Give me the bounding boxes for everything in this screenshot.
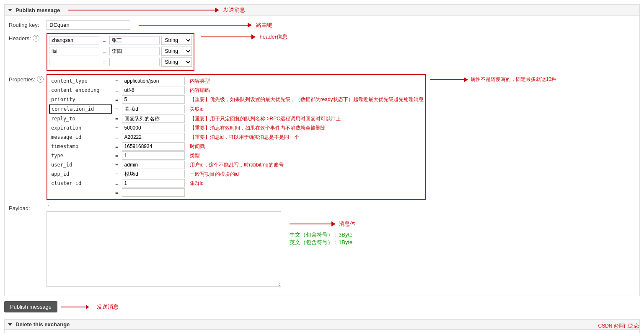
prop-ann-expiration: 【重要】消息有效时间，如果在这个事件内不消费就会被删除 (190, 125, 326, 132)
prop-val-content-type[interactable] (122, 77, 185, 85)
headers-label-text: Headers: (9, 35, 31, 42)
prop-row-priority: priority = 【重要】优先级，如果队列设置的最大优先级，（数据都为rea… (49, 95, 424, 104)
properties-help-badge[interactable]: ? (37, 76, 44, 83)
arrow-line (430, 79, 464, 80)
prop-row-reply-to: reply_to = 【重要】用于只定回复的队列名称->RPC远程调用时回复时可… (49, 114, 424, 123)
prop-eq-5: = (114, 125, 120, 131)
properties-label-with-help: Properties: ? (9, 76, 47, 83)
routing-key-wrap: 路由键 (47, 20, 272, 30)
prop-val-user-id[interactable] (122, 161, 185, 169)
header-row-3: = String Number (49, 57, 192, 67)
properties-label: Properties: ? (9, 74, 47, 83)
prop-row-app-id: app_id = 一般写项目的模块的id (49, 170, 424, 178)
prop-ann-timestamp: 时间戳 (190, 143, 205, 150)
arrow-line (68, 10, 215, 10)
prop-val-cluster-id[interactable] (122, 179, 185, 187)
prop-ann-content-encoding: 内容编码 (190, 87, 210, 94)
prop-eq-12: = (114, 190, 120, 196)
publish-message-button[interactable]: Publish message (4, 301, 57, 312)
prop-val-content-encoding[interactable] (122, 86, 185, 94)
collapse-icon (8, 9, 12, 11)
prop-ann-user-id: 用户id，这个不能乱写，时rabbitmq的账号 (190, 161, 284, 169)
prop-row-content-encoding: content_encoding = 内容编码 (49, 86, 424, 94)
prop-ann-content-type: 内容类型 (190, 78, 210, 85)
payload-note1: 中文（包含符号）：3Byte (290, 231, 355, 239)
headers-label-with-help: Headers: ? (9, 35, 47, 42)
prop-key-correlation-id: correlation_id (49, 104, 112, 114)
prop-row-user-id: user_id = 用户id，这个不能乱写，时rabbitmq的账号 (49, 161, 424, 169)
prop-key-timestamp: timestamp (49, 142, 112, 151)
prop-val-correlation-id[interactable] (122, 105, 185, 113)
payload-textarea[interactable] (47, 211, 281, 287)
header-arrow-container: 发送消息 (68, 6, 636, 14)
header-key-1[interactable] (49, 36, 99, 44)
routing-key-row: Routing key: 路由键 (9, 20, 635, 30)
arrow-line (139, 25, 248, 26)
prop-key-expiration: expiration (49, 124, 112, 132)
header-val-2[interactable] (109, 47, 160, 55)
header-key-3[interactable] (49, 58, 99, 66)
props-annotation: 属性不是随便写的，固定最多就这10种 (471, 76, 556, 83)
header-type-2[interactable]: String Number (161, 47, 192, 56)
arrow-head (215, 8, 219, 13)
prop-key-type: type (49, 151, 112, 160)
prop-val-empty[interactable] (122, 188, 185, 197)
routing-key-input[interactable] (47, 20, 130, 30)
arrow-head (248, 23, 252, 28)
prop-row-content-type: content_type = 内容类型 (49, 77, 424, 85)
delete-collapse-icon (8, 323, 12, 326)
prop-val-timestamp[interactable] (122, 142, 185, 151)
header-arrow (68, 8, 219, 13)
prop-eq-6: = (114, 134, 120, 140)
delete-section-toggle[interactable]: Delete this exchange (8, 321, 70, 328)
props-arrow (430, 77, 468, 82)
prop-eq-10: = (114, 171, 120, 177)
headers-help-badge[interactable]: ? (33, 35, 39, 42)
prop-val-expiration[interactable] (122, 124, 185, 132)
delete-section-content: Delete 删除当前的交换机 (4, 330, 640, 333)
prop-val-type[interactable] (122, 151, 185, 160)
prop-row-empty: = (49, 188, 424, 197)
arrow-head (86, 305, 89, 309)
header-val-3[interactable] (109, 58, 160, 66)
publish-arrow (61, 305, 89, 309)
payload-input-wrap: ' (47, 203, 281, 288)
payload-quote: ' (47, 203, 281, 210)
header-row-1: = String Number (49, 36, 192, 45)
header-type-1[interactable]: String Number (161, 36, 192, 45)
section-toggle[interactable]: Publish message (8, 7, 60, 13)
prop-key-cluster-id: cluster_id (49, 179, 112, 187)
prop-ann-correlation-id: 关联id (190, 106, 204, 113)
prop-key-user-id: user_id (49, 161, 112, 169)
prop-key-priority: priority (49, 95, 112, 104)
prop-val-app-id[interactable] (122, 170, 185, 178)
prop-eq-1: = (114, 87, 120, 94)
payload-notes: 中文（包含符号）：3Byte 英文（包含符号）：1Byte (290, 231, 355, 246)
arrow-head (251, 34, 256, 39)
csdn-footer: CSDN @阿门之恋 (598, 323, 639, 330)
prop-eq-3: = (114, 106, 120, 112)
prop-key-content-encoding: content_encoding (49, 86, 112, 94)
publish-annotation: 发送消息 (97, 303, 119, 311)
prop-val-priority[interactable] (122, 95, 185, 104)
header-key-2[interactable] (49, 47, 99, 55)
prop-val-message-id[interactable] (122, 133, 185, 141)
header-row-2: = String Number (49, 47, 192, 56)
routing-key-label: Routing key: (9, 20, 47, 28)
prop-eq-0: = (114, 78, 120, 84)
page-wrapper: Publish message 发送消息 Routing key: 路由键 (0, 0, 644, 333)
header-eq-1: = (101, 37, 108, 44)
props-annotation-wrap: 属性不是随便写的，固定最多就这10种 (430, 74, 556, 83)
prop-ann-app-id: 一般写项目的模块的id (190, 171, 239, 178)
prop-val-reply-to[interactable] (122, 114, 185, 123)
routing-ann-wrap: 路由键 (139, 21, 272, 29)
header-val-1[interactable] (109, 36, 160, 44)
prop-row-timestamp: timestamp = 时间戳 (49, 142, 424, 151)
prop-ann-priority: 【重要】优先级，如果队列设置的最大优先级，（数据都为ready状态下）越靠近最大… (190, 96, 424, 103)
header-type-3[interactable]: String Number (161, 57, 192, 67)
prop-key-app-id: app_id (49, 170, 112, 178)
headers-annotation: header信息 (260, 33, 287, 41)
payload-wrap: ' 消息体 中文（包含符号）：3Byte (47, 203, 355, 288)
publish-message-section-content: Routing key: 路由键 Headers: ? (4, 16, 640, 296)
prop-ann-message-id: 【重要】消息id，可以用于确实消息是不是同一个 (190, 134, 299, 141)
